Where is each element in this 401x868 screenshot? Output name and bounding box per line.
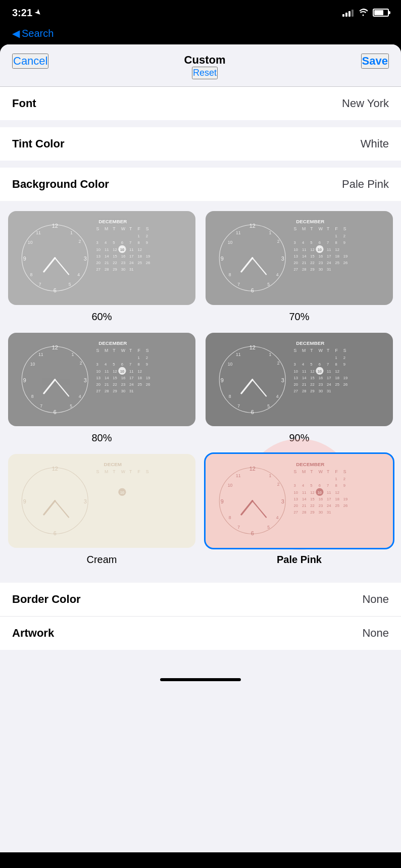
svg-text:T: T bbox=[310, 348, 313, 353]
svg-text:10: 10 bbox=[28, 240, 33, 245]
back-label: Search bbox=[22, 28, 54, 39]
svg-text:19: 19 bbox=[343, 254, 347, 259]
svg-line-188 bbox=[253, 379, 266, 396]
color-item-80pct[interactable]: 12 3 6 9 1 2 4 5 7 8 10 11 DEC bbox=[8, 333, 195, 444]
svg-text:6: 6 bbox=[54, 287, 57, 293]
svg-text:17: 17 bbox=[129, 254, 133, 259]
svg-text:T: T bbox=[327, 348, 330, 353]
svg-text:28: 28 bbox=[302, 267, 306, 272]
color-item-60pct[interactable]: 12 3 6 9 1 2 4 5 7 8 10 11 bbox=[8, 211, 195, 323]
bg-color-label: Background Color bbox=[12, 178, 109, 191]
svg-text:1: 1 bbox=[269, 473, 271, 478]
svg-text:12: 12 bbox=[52, 466, 58, 472]
color-item-90pct[interactable]: 12 3 6 9 1 2 4 5 7 8 10 11 DEC bbox=[206, 333, 393, 444]
svg-text:28: 28 bbox=[105, 388, 109, 393]
svg-text:11: 11 bbox=[327, 490, 331, 495]
cancel-button[interactable]: Cancel bbox=[12, 54, 48, 69]
svg-text:25: 25 bbox=[137, 261, 141, 265]
svg-text:13: 13 bbox=[294, 375, 298, 380]
svg-text:5: 5 bbox=[113, 362, 115, 367]
svg-text:17: 17 bbox=[327, 254, 331, 259]
svg-text:7: 7 bbox=[40, 403, 42, 409]
svg-text:3: 3 bbox=[294, 362, 296, 367]
svg-text:6: 6 bbox=[251, 409, 254, 415]
svg-text:DECEMBER: DECEMBER bbox=[98, 340, 127, 346]
back-link[interactable]: ◀ Search bbox=[12, 27, 389, 39]
svg-text:DECEMBER: DECEMBER bbox=[296, 340, 324, 346]
color-item-pale-pink[interactable]: 12 3 6 9 1 2 4 5 7 8 10 11 DEC bbox=[206, 454, 393, 566]
svg-text:31: 31 bbox=[327, 510, 331, 515]
svg-text:DECEMBER: DECEMBER bbox=[296, 219, 324, 224]
widget-preview-90pct[interactable]: 12 3 6 9 1 2 4 5 7 8 10 11 DEC bbox=[206, 333, 393, 427]
svg-text:25: 25 bbox=[335, 503, 339, 508]
svg-text:20: 20 bbox=[294, 382, 298, 386]
save-button[interactable]: Save bbox=[361, 54, 389, 69]
artwork-row[interactable]: Artwork None bbox=[0, 617, 401, 650]
svg-text:18: 18 bbox=[137, 375, 141, 380]
widget-preview-pale-pink[interactable]: 12 3 6 9 1 2 4 5 7 8 10 11 DEC bbox=[206, 454, 393, 548]
widget-preview-cream[interactable]: 12 3 6 9 DECEM S M T W T F S bbox=[8, 454, 195, 548]
svg-text:23: 23 bbox=[319, 382, 323, 386]
svg-text:16: 16 bbox=[319, 497, 323, 501]
bottom-rows: Border Color None Artwork None bbox=[0, 583, 401, 650]
color-item-70pct[interactable]: 12 3 6 9 1 2 4 5 7 8 10 11 DEC bbox=[206, 211, 393, 323]
battery-icon bbox=[373, 9, 389, 17]
svg-text:7: 7 bbox=[327, 240, 329, 245]
bg-color-row[interactable]: Background Color Pale Pink bbox=[0, 168, 401, 201]
svg-text:3: 3 bbox=[84, 256, 87, 262]
svg-text:2: 2 bbox=[80, 361, 82, 366]
svg-line-14 bbox=[55, 258, 69, 275]
svg-text:12: 12 bbox=[335, 369, 339, 373]
font-row[interactable]: Font New York bbox=[0, 87, 401, 120]
svg-text:19: 19 bbox=[343, 497, 347, 501]
nav-bar: Cancel Custom Reset Save bbox=[0, 44, 401, 87]
svg-text:21: 21 bbox=[302, 382, 306, 386]
color-label-60pct: 60% bbox=[91, 311, 112, 323]
svg-text:8: 8 bbox=[229, 272, 231, 277]
svg-text:8: 8 bbox=[335, 362, 337, 367]
svg-text:10: 10 bbox=[294, 369, 298, 373]
tint-color-group: Tint Color White bbox=[0, 127, 401, 161]
svg-text:11: 11 bbox=[302, 369, 306, 373]
divider-2 bbox=[0, 161, 401, 168]
svg-text:15: 15 bbox=[310, 497, 314, 501]
border-color-row[interactable]: Border Color None bbox=[0, 583, 401, 617]
svg-text:5: 5 bbox=[69, 282, 71, 287]
svg-text:31: 31 bbox=[327, 267, 331, 272]
tint-color-row[interactable]: Tint Color White bbox=[0, 127, 401, 161]
svg-text:2: 2 bbox=[277, 482, 280, 487]
svg-text:F: F bbox=[137, 348, 140, 353]
svg-text:30: 30 bbox=[319, 510, 323, 515]
svg-text:6: 6 bbox=[121, 362, 123, 367]
svg-text:T: T bbox=[129, 226, 132, 231]
reset-button[interactable]: Reset bbox=[192, 67, 218, 79]
svg-text:9: 9 bbox=[23, 498, 26, 504]
battery-fill bbox=[374, 10, 383, 15]
widget-preview-70pct[interactable]: 12 3 6 9 1 2 4 5 7 8 10 11 DEC bbox=[206, 211, 393, 305]
svg-text:22: 22 bbox=[113, 382, 117, 386]
svg-text:4: 4 bbox=[276, 393, 279, 398]
svg-text:15: 15 bbox=[310, 254, 314, 259]
widget-preview-80pct[interactable]: 12 3 6 9 1 2 4 5 7 8 10 11 DEC bbox=[8, 333, 195, 427]
svg-text:T: T bbox=[113, 226, 116, 231]
svg-text:10: 10 bbox=[318, 369, 322, 373]
svg-text:5: 5 bbox=[310, 362, 312, 367]
svg-text:24: 24 bbox=[129, 382, 134, 386]
svg-text:19: 19 bbox=[343, 375, 347, 380]
svg-text:6: 6 bbox=[54, 530, 57, 536]
svg-text:2: 2 bbox=[277, 239, 280, 244]
svg-text:8: 8 bbox=[229, 515, 231, 520]
signal-bar-1 bbox=[342, 14, 344, 17]
svg-text:19: 19 bbox=[146, 254, 150, 259]
color-item-cream[interactable]: 12 3 6 9 DECEM S M T W T F S bbox=[8, 454, 195, 566]
svg-text:26: 26 bbox=[146, 261, 150, 265]
widget-preview-60pct[interactable]: 12 3 6 9 1 2 4 5 7 8 10 11 bbox=[8, 211, 195, 305]
time-display: 3:21 bbox=[12, 7, 32, 19]
svg-text:2: 2 bbox=[343, 234, 345, 238]
svg-text:3: 3 bbox=[96, 240, 98, 245]
svg-text:23: 23 bbox=[319, 503, 323, 508]
border-color-label: Border Color bbox=[12, 593, 81, 606]
svg-text:12: 12 bbox=[137, 369, 141, 373]
color-label-pale-pink: Pale Pink bbox=[277, 554, 322, 566]
svg-text:12: 12 bbox=[137, 247, 141, 252]
